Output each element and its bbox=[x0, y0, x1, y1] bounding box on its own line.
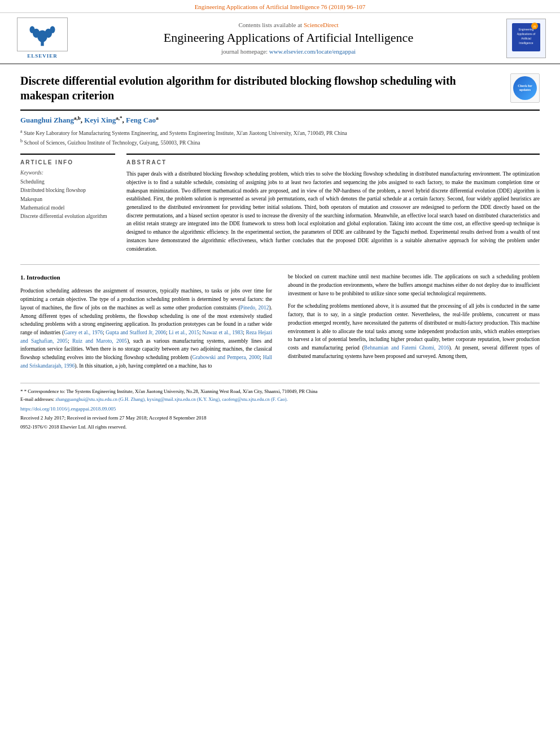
elsevier-logo-box bbox=[17, 18, 68, 51]
footnote-star-line: * * Correspondence to: The Systems Engin… bbox=[20, 388, 540, 396]
journal-bar: Engineering Applications of Artificial I… bbox=[0, 0, 560, 13]
check-updates-label: Check for updates bbox=[513, 84, 537, 92]
author-feng[interactable]: Feng Cao bbox=[126, 116, 156, 124]
right-logo-box: Engineering Applications of Artificial I… bbox=[506, 19, 546, 58]
svg-point-5 bbox=[50, 26, 55, 33]
right-logo-text: Engineering Applications of Artificial I… bbox=[509, 20, 543, 56]
keywords-list: Scheduling Distributed blocking flowshop… bbox=[20, 178, 115, 221]
header-right-logo: Engineering Applications of Artificial I… bbox=[504, 18, 549, 59]
svg-text:Applications of: Applications of bbox=[517, 32, 536, 36]
elsevier-wordmark: ELSEVIER bbox=[27, 53, 58, 59]
svg-text:Engineering: Engineering bbox=[519, 28, 534, 31]
contents-line: Contents lists available at ScienceDirec… bbox=[238, 21, 338, 28]
keyword-2: Distributed blocking flowshop bbox=[20, 186, 115, 195]
abstract-text: This paper deals with a distributed bloc… bbox=[126, 170, 540, 253]
elsevier-header: ELSEVIER Contents lists available at Sci… bbox=[0, 13, 560, 64]
homepage-link[interactable]: www.elsevier.com/locate/engappai bbox=[269, 48, 356, 55]
svg-text:Artificial: Artificial bbox=[521, 37, 531, 40]
doi-link[interactable]: https://doi.org/10.1016/j.engappai.2018.… bbox=[20, 406, 116, 412]
email-label: E-mail addresses: bbox=[20, 396, 54, 402]
journal-icon: Engineering Applications of Artificial I… bbox=[509, 20, 543, 54]
abstract-heading: ABSTRACT bbox=[126, 159, 540, 165]
doi-line: https://doi.org/10.1016/j.engappai.2018.… bbox=[20, 405, 540, 413]
footnote-email-line: E-mail addresses: zhangguanghui@stu.xjtu… bbox=[20, 396, 540, 403]
affiliations: a State Key Laboratory for Manufacturing… bbox=[20, 128, 540, 147]
keyword-4: Mathematical model bbox=[20, 204, 115, 212]
body-col-left: 1. Introduction Production scheduling ad… bbox=[20, 273, 272, 374]
right-col-abstract: ABSTRACT This paper deals with a distrib… bbox=[126, 154, 540, 253]
article-content: Discrete differential evolution algorith… bbox=[0, 64, 560, 438]
body-section: 1. Introduction Production scheduling ad… bbox=[20, 264, 540, 374]
keyword-1: Scheduling bbox=[20, 178, 115, 186]
sciencedirect-link[interactable]: ScienceDirect bbox=[304, 21, 339, 28]
two-col-info-abstract: ARTICLE INFO Keywords: Scheduling Distri… bbox=[20, 154, 540, 253]
keyword-5: Discrete differential evolution algorith… bbox=[20, 212, 115, 221]
elsevier-tree-icon bbox=[25, 22, 59, 47]
svg-point-4 bbox=[30, 26, 35, 33]
author-sup-3: a bbox=[156, 115, 159, 121]
article-info-heading: ARTICLE INFO bbox=[20, 159, 115, 165]
svg-text:Intelligence: Intelligence bbox=[519, 41, 533, 45]
check-updates-inner: Check for updates bbox=[513, 76, 537, 100]
keyword-3: Makespan bbox=[20, 195, 115, 204]
article-title-section: Discrete differential evolution algorith… bbox=[20, 73, 540, 111]
header-center: Contents lists available at ScienceDirec… bbox=[79, 18, 498, 59]
journal-homepage-line: journal homepage: www.elsevier.com/locat… bbox=[221, 48, 356, 55]
copyright-line: 0952-1976/© 2018 Elsevier Ltd. All right… bbox=[20, 423, 540, 431]
received-line: Received 2 July 2017; Received in revise… bbox=[20, 414, 540, 422]
intro-paragraph-3: For the scheduling problems mentioned ab… bbox=[288, 302, 540, 360]
author-sup-2: a,* bbox=[116, 115, 122, 121]
footnote-section: * * Correspondence to: The Systems Engin… bbox=[20, 383, 540, 431]
author-guanghui[interactable]: Guanghui Zhang bbox=[20, 116, 74, 124]
svg-text:AI: AI bbox=[533, 25, 536, 28]
journal-title-header: Engineering Applications of Artificial I… bbox=[164, 30, 413, 45]
affiliation-a: a State Key Laboratory for Manufacturing… bbox=[20, 128, 540, 137]
intro-paragraph-2: be blocked on current machine until next… bbox=[288, 273, 540, 298]
section-title-intro: 1. Introduction bbox=[20, 273, 272, 282]
check-updates-badge: Check for updates bbox=[510, 73, 540, 103]
article-title: Discrete differential evolution algorith… bbox=[20, 73, 504, 103]
keywords-label: Keywords: bbox=[20, 170, 115, 176]
article-title-text: Discrete differential evolution algorith… bbox=[20, 73, 504, 103]
author-keyi[interactable]: Keyi Xing bbox=[84, 116, 116, 124]
intro-paragraph-1: Production scheduling addresses the assi… bbox=[20, 287, 272, 370]
authors-line: Guanghui Zhanga,b, Keyi Xinga,*, Feng Ca… bbox=[20, 115, 540, 125]
two-col-body: 1. Introduction Production scheduling ad… bbox=[20, 273, 540, 374]
left-col-article-info: ARTICLE INFO Keywords: Scheduling Distri… bbox=[20, 154, 115, 253]
footnote-emails: zhangguanghui@stu.xjtu.edu.cn (G.H. Zhan… bbox=[55, 396, 287, 402]
affiliation-b: b School of Sciences, Guizhou Institute … bbox=[20, 138, 540, 147]
author-sup-1: a,b bbox=[74, 115, 81, 121]
elsevier-logo-area: ELSEVIER bbox=[11, 18, 73, 59]
page-wrapper: Engineering Applications of Artificial I… bbox=[0, 0, 560, 438]
body-col-right: be blocked on current machine until next… bbox=[288, 273, 540, 374]
journal-bar-text: Engineering Applications of Artificial I… bbox=[195, 3, 366, 10]
